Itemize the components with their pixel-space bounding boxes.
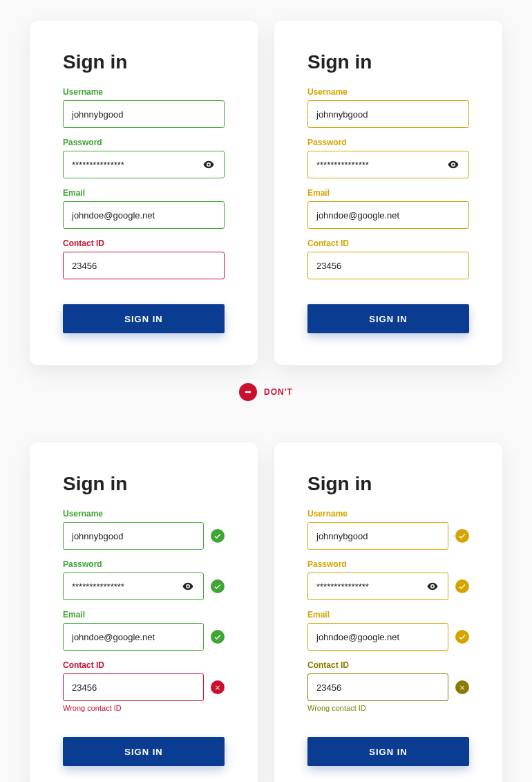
signin-card: Sign in Username johnnybgood Password **…: [274, 443, 502, 782]
sign-in-button[interactable]: SIGN IN: [307, 737, 469, 766]
username-label: Username: [307, 509, 469, 519]
password-label: Password: [307, 138, 469, 147]
sign-in-button[interactable]: SIGN IN: [307, 304, 469, 333]
eye-icon[interactable]: [202, 158, 216, 171]
check-icon: [211, 630, 225, 644]
verdict-dont: DON'T: [28, 383, 504, 401]
svg-rect-0: [245, 391, 251, 393]
username-label: Username: [63, 509, 225, 519]
field-contact-id: Contact ID 23456 Wrong contact ID: [307, 660, 469, 712]
eye-icon[interactable]: [446, 158, 460, 171]
example-row-dont: Sign in Username johnnybgood Password **…: [28, 21, 504, 365]
field-username: Username johnnybgood: [63, 87, 225, 128]
password-label: Password: [307, 559, 469, 569]
eye-icon[interactable]: [181, 579, 195, 593]
email-input[interactable]: johndoe@google.net: [63, 201, 225, 229]
email-label: Email: [307, 610, 469, 620]
contact-id-helper: Wrong contact ID: [63, 704, 225, 712]
username-input[interactable]: johnnybgood: [307, 100, 469, 128]
field-email: Email johndoe@google.net: [63, 610, 225, 651]
contact-id-label: Contact ID: [63, 239, 225, 248]
field-username: Username johnnybgood: [307, 87, 469, 128]
card-title: Sign in: [63, 473, 225, 495]
username-input[interactable]: johnnybgood: [307, 522, 448, 550]
signin-card: Sign in Username johnnybgood Password **…: [30, 21, 258, 365]
signin-card: Sign in Username johnnybgood Password **…: [30, 443, 258, 782]
verdict-label: DON'T: [264, 387, 293, 397]
field-contact-id: Contact ID 23456: [307, 239, 469, 279]
password-input[interactable]: ***************: [307, 572, 448, 600]
sign-in-button[interactable]: SIGN IN: [63, 304, 225, 333]
check-icon: [455, 579, 469, 593]
email-label: Email: [307, 188, 469, 198]
email-label: Email: [63, 610, 225, 620]
field-contact-id: Contact ID 23456: [63, 239, 225, 279]
email-input[interactable]: johndoe@google.net: [307, 623, 448, 651]
check-icon: [211, 579, 225, 593]
check-icon: [455, 630, 469, 644]
contact-id-label: Contact ID: [307, 239, 469, 248]
password-input[interactable]: ***************: [63, 151, 225, 178]
email-input[interactable]: johndoe@google.net: [307, 201, 469, 229]
password-label: Password: [63, 559, 225, 569]
card-title: Sign in: [63, 51, 225, 73]
field-password: Password ***************: [307, 559, 469, 600]
contact-id-label: Contact ID: [63, 660, 225, 670]
username-label: Username: [63, 87, 225, 97]
field-email: Email johndoe@google.net: [307, 610, 469, 651]
username-label: Username: [307, 87, 469, 97]
username-input[interactable]: johnnybgood: [63, 100, 225, 128]
check-icon: [455, 529, 469, 543]
contact-id-input[interactable]: 23456: [63, 252, 225, 279]
password-input[interactable]: ***************: [63, 572, 204, 600]
field-password: Password ***************: [307, 138, 469, 178]
contact-id-input[interactable]: 23456: [307, 673, 448, 701]
example-row-do: Sign in Username johnnybgood Password **…: [28, 443, 504, 782]
signin-card: Sign in Username johnnybgood Password **…: [274, 21, 502, 365]
eye-icon[interactable]: [426, 579, 439, 593]
field-email: Email johndoe@google.net: [307, 188, 469, 229]
password-label: Password: [63, 138, 225, 147]
contact-id-label: Contact ID: [307, 660, 469, 670]
field-email: Email johndoe@google.net: [63, 188, 225, 229]
contact-id-helper: Wrong contact ID: [307, 704, 469, 712]
email-label: Email: [63, 188, 225, 198]
check-icon: [211, 529, 225, 543]
field-username: Username johnnybgood: [63, 509, 225, 550]
card-title: Sign in: [307, 51, 469, 73]
field-password: Password ***************: [63, 559, 225, 600]
password-input[interactable]: ***************: [307, 151, 469, 178]
email-input[interactable]: johndoe@google.net: [63, 623, 204, 651]
field-password: Password ***************: [63, 138, 225, 178]
username-input[interactable]: johnnybgood: [63, 522, 204, 550]
error-icon: [211, 680, 225, 694]
contact-id-input[interactable]: 23456: [63, 673, 204, 701]
sign-in-button[interactable]: SIGN IN: [63, 737, 225, 766]
field-username: Username johnnybgood: [307, 509, 469, 550]
card-title: Sign in: [307, 473, 469, 495]
dont-icon: [239, 383, 257, 401]
contact-id-input[interactable]: 23456: [307, 252, 469, 279]
field-contact-id: Contact ID 23456 Wrong contact ID: [63, 660, 225, 712]
error-icon: [455, 680, 469, 694]
